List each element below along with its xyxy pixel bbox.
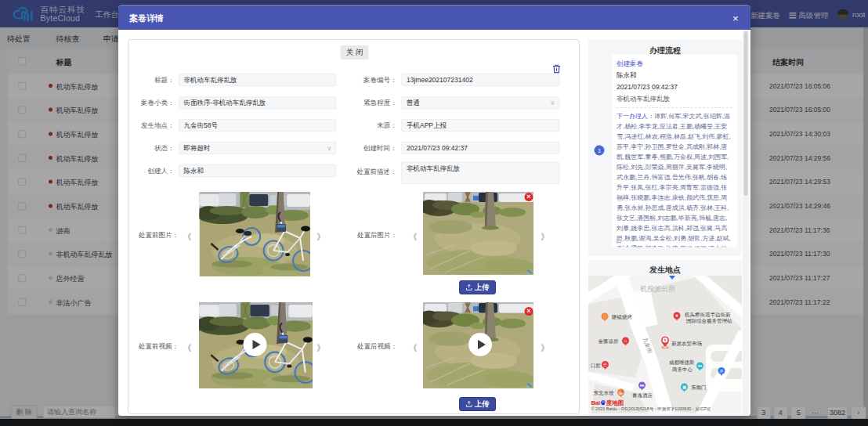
svg-text:机投派出所: 机投派出所	[640, 285, 675, 293]
